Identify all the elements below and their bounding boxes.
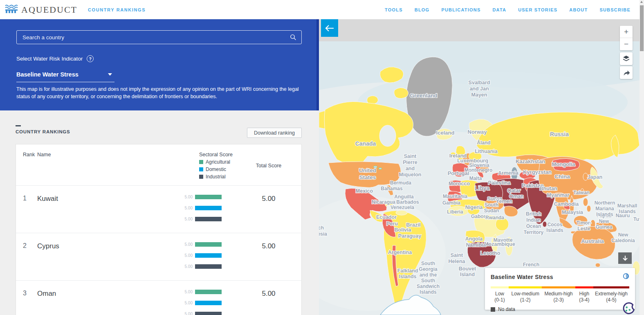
map-country-label: Peru (386, 221, 398, 227)
nav-link-about[interactable]: ABOUT (569, 7, 588, 12)
map-country-label: Paraguay (398, 233, 421, 239)
layers-button[interactable] (620, 52, 633, 65)
indicator-label: Select Water Risk Indicator (16, 56, 83, 62)
sector-score-value: 5.00 (184, 206, 193, 210)
legend-segment (575, 286, 593, 288)
search-input[interactable] (17, 34, 290, 40)
map-country-label: Mozambique (484, 241, 515, 247)
map-country-label: Gambia (442, 200, 460, 206)
zoom-out-button[interactable]: − (620, 38, 633, 50)
map-country-label: Malta (469, 176, 482, 181)
sector-legend-item: Domestic (199, 166, 236, 172)
map-country-label: Namibia (466, 242, 487, 248)
opacity-icon[interactable] (623, 273, 629, 281)
sector-bar (195, 264, 222, 269)
nav-link-user-stories[interactable]: USER STORIES (518, 7, 557, 12)
sector-legend-item: Industrial (199, 174, 236, 180)
country-name: Oman (37, 290, 175, 315)
sector-bar (195, 312, 222, 315)
ranking-row-oman[interactable]: 3Oman5.005.005.005.00 (16, 281, 301, 315)
sector-score-value: 5.00 (184, 242, 193, 247)
scroll-up-arrow[interactable] (640, 1, 643, 3)
map-country-label: Morocco (449, 181, 470, 187)
map-country-label: Qatar (507, 188, 521, 194)
sector-score-value: 5.00 (184, 312, 193, 315)
legend-title: Baseline Water Stress (491, 274, 553, 280)
brand[interactable]: AQUEDUCT (5, 4, 77, 15)
top-navbar: AQUEDUCT COUNTRY RANKINGS TOOLSBLOGPUBLI… (0, 0, 640, 19)
sector-bar (195, 195, 222, 199)
zoom-in-button[interactable]: + (620, 26, 633, 38)
sector-bar-row: 5.00 (184, 195, 236, 199)
sector-bar-row: 5.00 (184, 264, 236, 269)
map-country-label: Svalbardand JanMayen (469, 80, 490, 98)
section-dash (16, 125, 21, 126)
nav-link-tools[interactable]: TOOLS (385, 7, 403, 12)
aqueduct-country-rankings-app: AQUEDUCT COUNTRY RANKINGS TOOLSBLOGPUBLI… (0, 0, 644, 315)
sector-bar-row: 5.00 (184, 206, 236, 210)
nav-link-subscribe[interactable]: SUBSCRIBE (599, 7, 631, 12)
country-name: Cyprus (37, 242, 175, 275)
sector-bar-row: 5.00 (184, 242, 236, 247)
map-country-label: Liberia (447, 209, 463, 215)
download-ranking-button[interactable]: Download ranking (247, 128, 302, 138)
map-country-label: Lesotho (480, 250, 500, 256)
world-map[interactable]: GreenlandSvalbardand JanMayenIcelandNorw… (319, 19, 640, 315)
map-country-label: Venezuela (390, 205, 414, 210)
cookie-consent-widget[interactable] (621, 302, 637, 315)
no-data-swatch (491, 307, 495, 312)
ranking-row-kuwait[interactable]: 1Kuwait5.005.005.005.00 (16, 186, 301, 233)
map-country-label: Angola (465, 236, 483, 242)
legend-segment (509, 286, 542, 288)
map-country-label: Mauritania (443, 194, 467, 199)
left-panel: Select Water Risk Indicator ? Baseline W… (0, 19, 319, 315)
no-data-label: No data (498, 306, 515, 312)
collapse-panel-button[interactable] (321, 19, 338, 37)
sector-swatch (199, 175, 203, 179)
legend-collapse-button[interactable] (618, 252, 632, 264)
legend-no-data: No data (491, 306, 629, 312)
rankings-body: 1Kuwait5.005.005.005.002Cyprus5.005.005.… (16, 186, 301, 315)
map-country-label: Bolivia (395, 227, 412, 233)
nav-link-blog[interactable]: BLOG (415, 7, 430, 12)
share-button[interactable] (620, 66, 633, 79)
map-country-label: Canada (355, 140, 376, 147)
sector-bar-row: 5.00 (184, 312, 236, 315)
help-icon[interactable]: ? (87, 55, 94, 62)
indicator-dropdown[interactable]: Baseline Water Stress (16, 71, 114, 82)
sector-bar-row: 5.00 (184, 290, 236, 294)
rankings-header: COUNTRY RANKINGS (16, 125, 70, 134)
map-country-label: Rwanda (485, 215, 504, 220)
map-country-label: CocosIslands (546, 222, 563, 233)
scrollbar-thumb[interactable] (640, 5, 644, 51)
aqueduct-logo-icon (5, 4, 18, 15)
map-country-label: Kyrgyzstan (523, 169, 552, 175)
sector-bar (195, 253, 222, 258)
map-country-label: Greenland (410, 92, 438, 99)
map-country-label: Argentina (388, 250, 412, 255)
nav-link-publications[interactable]: PUBLICATIONS (441, 7, 480, 12)
nav-link-data[interactable]: DATA (492, 7, 506, 12)
map-country-label: Åland (477, 140, 490, 146)
map-country-label: Lithuania (475, 148, 498, 154)
legend-segment (593, 286, 629, 288)
rankings-table: Rank Name Sectoral Score AgriculturalDom… (16, 144, 302, 315)
sector-bar (195, 206, 222, 210)
map-legend: Baseline Water Stress Low(0-1)Low-medium… (485, 268, 635, 310)
map-country-label: Russia (550, 131, 569, 137)
sector-swatch (199, 160, 203, 164)
country-search (16, 30, 302, 44)
primary-nav: TOOLSBLOGPUBLICATIONSDATAUSER STORIESABO… (373, 7, 631, 12)
zoom-controls: + − (620, 26, 633, 50)
arrow-down-icon (622, 255, 628, 261)
map-country-label: Portugal (448, 170, 469, 176)
app-title: COUNTRY RANKINGS (88, 7, 146, 12)
map-country-label: French (523, 262, 539, 268)
sectoral-bars: 5.005.005.00 (175, 195, 236, 228)
column-rank: Rank (16, 152, 37, 180)
legend-class-label: Low-medium(1-2) (509, 291, 542, 303)
map-country-label: Nigeria (465, 205, 483, 210)
search-icon[interactable] (290, 34, 296, 40)
ranking-row-cyprus[interactable]: 2Cyprus5.005.005.005.00 (16, 233, 301, 281)
legend-segment (491, 286, 509, 288)
